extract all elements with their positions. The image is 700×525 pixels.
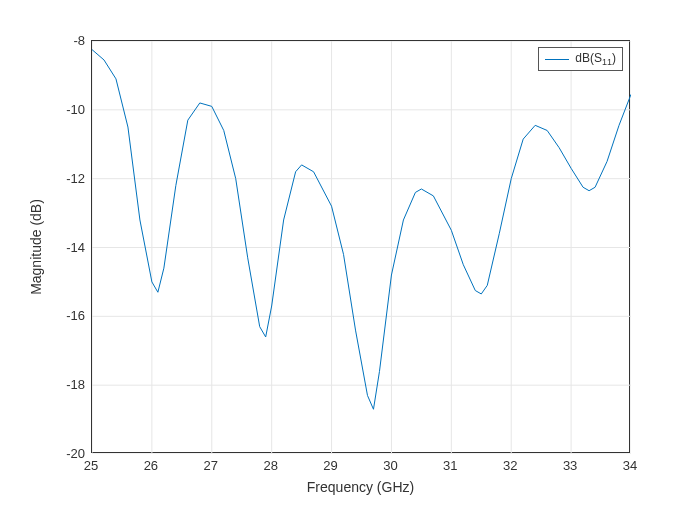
legend: dB(S11) — [538, 47, 623, 71]
x-tick: 25 — [84, 458, 98, 473]
plot-axes: dB(S11) — [91, 40, 630, 453]
y-axis-label: Magnitude (dB) — [28, 199, 44, 295]
x-tick: 30 — [383, 458, 397, 473]
x-tick: 33 — [563, 458, 577, 473]
y-tick: -12 — [66, 170, 85, 185]
x-tick: 32 — [503, 458, 517, 473]
y-tick: -20 — [66, 446, 85, 461]
figure: dB(S11) 25262728293031323334 -20-18-16-1… — [0, 0, 700, 525]
x-tick: 34 — [623, 458, 637, 473]
legend-swatch — [545, 59, 569, 60]
x-tick: 26 — [144, 458, 158, 473]
s11-line — [92, 50, 631, 410]
y-tick: -8 — [73, 33, 85, 48]
plot-svg — [92, 41, 631, 454]
x-tick: 28 — [263, 458, 277, 473]
y-tick: -18 — [66, 377, 85, 392]
x-axis-label: Frequency (GHz) — [307, 479, 414, 495]
y-tick: -14 — [66, 239, 85, 254]
grid-lines — [92, 41, 631, 454]
y-tick: -10 — [66, 101, 85, 116]
y-tick: -16 — [66, 308, 85, 323]
x-tick: 29 — [323, 458, 337, 473]
legend-label: dB(S11) — [575, 51, 616, 67]
x-tick: 31 — [443, 458, 457, 473]
x-tick: 27 — [204, 458, 218, 473]
